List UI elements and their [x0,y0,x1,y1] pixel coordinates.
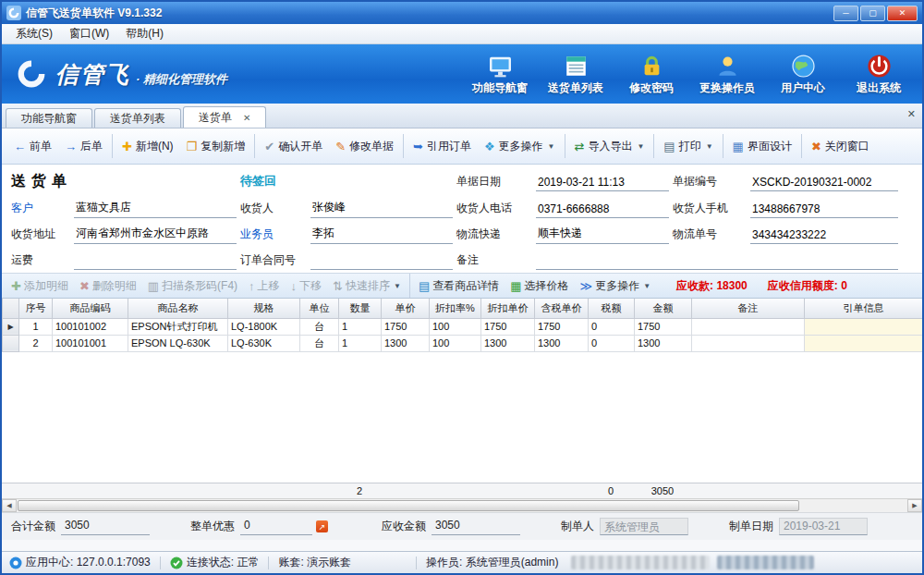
grid-cell[interactable]: 1750 [535,318,589,335]
column-header[interactable]: 数量 [339,299,382,318]
grid-cell[interactable]: 1300 [382,335,430,351]
discount-config-icon[interactable]: ↗ [316,520,328,532]
column-header[interactable]: 商品名称 [128,299,228,318]
toolbar-button-add-row[interactable]: ✚添加明细 [6,276,74,296]
address-field[interactable]: 河南省郑州市金水区中原路 [74,225,237,244]
table-row[interactable]: ▶1100101002EPSON针式打印机LQ-1800K台1175010017… [3,318,923,335]
grid-cell[interactable]: EPSON LQ-630K [128,335,228,351]
toolbar-button-barcode[interactable]: ▥扫描条形码(F4) [142,276,243,296]
column-header[interactable]: 含税单价 [535,299,589,318]
consignee-field[interactable]: 张俊峰 [310,199,453,218]
column-header[interactable]: 商品编码 [53,299,128,318]
menu-help[interactable]: 帮助(H) [117,24,172,43]
toolbar-button-arrow-left[interactable]: ←前单 [7,133,58,160]
grid-cell[interactable]: 100 [430,335,481,351]
nav-function-panel[interactable]: 功能导航窗 [469,53,530,96]
grid-cell[interactable]: LQ-630K [228,335,300,351]
toolbar-button-more-actions[interactable]: ≫更多操作▼ [575,276,657,296]
doc-date-field[interactable]: 2019-03-21 11:13 [536,172,669,191]
column-header[interactable]: 规格 [228,299,300,318]
freight-field[interactable] [74,251,237,270]
toolbar-button-arrow-right[interactable]: →后单 [58,133,109,160]
toolbar-button-close-window[interactable]: ✖关闭窗口 [805,133,876,160]
grid-cell[interactable]: 2 [19,335,53,351]
grid-cell[interactable]: 100 [430,318,481,335]
toolbar-button-copy[interactable]: ❐复制新增 [180,133,252,160]
column-header[interactable]: 序号 [19,299,53,318]
customer-field[interactable]: 蓝猫文具店 [74,199,237,218]
toolbar-button-design[interactable]: ▦界面设计 [726,133,798,160]
menu-system[interactable]: 系统(S) [7,24,61,43]
toolbar-button-import-export[interactable]: ⇄导入导出▼ [568,133,651,160]
scroll-thumb[interactable] [18,500,799,511]
toolbar-button-confirm[interactable]: ✔确认开单 [258,133,329,160]
column-header[interactable]: 单位 [300,299,339,318]
total-amount-field[interactable]: 3050 [61,518,150,535]
menu-window[interactable]: 窗口(W) [61,24,117,43]
tab-order-list[interactable]: 送货单列表 [94,108,181,128]
grid-cell[interactable] [805,335,923,351]
discount-field[interactable]: 0 [240,518,312,535]
scroll-left-icon[interactable]: ◀ [2,499,17,512]
mobile-field[interactable]: 13488667978 [750,199,898,218]
phone-field[interactable]: 0371-6666888 [536,199,669,218]
column-header[interactable]: 金额 [635,299,692,318]
tracking-field[interactable]: 343434233222 [750,225,898,244]
horizontal-scrollbar[interactable]: ◀ ▶ [2,498,922,512]
receivable-amount-field[interactable]: 3050 [432,518,520,535]
nav-change-password[interactable]: 修改密码 [621,53,682,96]
remark-field[interactable] [536,251,898,270]
grid-cell[interactable]: 0 [589,318,635,335]
column-header[interactable]: 折扣单价 [481,299,535,318]
doc-no-field[interactable]: XSCKD-20190321-0002 [750,172,898,191]
grid-cell[interactable]: 1 [339,335,382,351]
grid-cell[interactable]: 1 [19,318,53,335]
customer-label[interactable]: 客户 [11,201,70,216]
nav-exit-system[interactable]: 退出系统 [848,53,909,96]
salesman-label[interactable]: 业务员 [240,226,307,242]
maximize-button[interactable]: ▢ [860,6,885,21]
column-header[interactable]: 引单信息 [805,299,923,318]
toolbar-button-more-actions[interactable]: ❖更多操作▼ [478,133,562,160]
salesman-field[interactable]: 李拓 [310,225,453,244]
tabstrip-close-icon[interactable]: ✕ [907,108,916,120]
grid-cell[interactable]: 1300 [481,335,535,351]
close-button[interactable]: ✕ [887,6,918,21]
toolbar-button-print[interactable]: ▤打印▼ [657,133,719,160]
express-field[interactable]: 顺丰快递 [536,225,669,244]
grid-cell[interactable]: 1750 [481,318,535,335]
grid-cell[interactable]: 100101002 [53,318,128,335]
grid-cell[interactable] [805,318,923,335]
grid-cell[interactable]: 1300 [635,335,692,351]
nav-order-list[interactable]: 送货单列表 [545,53,606,96]
grid-cell[interactable] [692,335,805,351]
toolbar-button-reference[interactable]: ➥引用订单 [407,133,478,160]
table-row[interactable]: 2100101001EPSON LQ-630KLQ-630K台113001001… [3,335,923,351]
column-header[interactable]: 折扣率% [430,299,481,318]
grid-cell[interactable]: LQ-1800K [228,318,300,335]
toolbar-button-move-down[interactable]: ↓下移 [286,276,328,296]
column-header[interactable]: 单价 [382,299,430,318]
scroll-right-icon[interactable]: ▶ [907,499,922,512]
grid-cell[interactable]: 100101001 [53,335,128,351]
grid-cell[interactable]: 1750 [382,318,430,335]
grid-cell[interactable] [692,318,805,335]
grid-cell[interactable]: EPSON针式打印机 [128,318,228,335]
toolbar-button-edit[interactable]: ✎修改单据 [329,133,400,160]
grid-cell[interactable]: 1 [339,318,382,335]
toolbar-button-sort[interactable]: ⇅快速排序▼ [327,276,407,296]
grid-cell[interactable]: 1750 [635,318,692,335]
tab-close-icon[interactable]: ✕ [243,113,250,123]
column-header[interactable]: 税额 [589,299,635,318]
grid-cell[interactable]: 1300 [535,335,589,351]
toolbar-button-select-price[interactable]: ▦选择价格 [505,276,574,296]
tab-function-panel[interactable]: 功能导航窗 [6,108,92,128]
toolbar-button-move-up[interactable]: ↑上移 [243,276,286,296]
grid-cell[interactable]: 0 [589,335,635,351]
grid-cell[interactable]: 台 [300,318,339,335]
nav-user-center[interactable]: 用户中心 [772,53,833,96]
minimize-button[interactable]: ─ [833,6,858,21]
nav-switch-operator[interactable]: 更换操作员 [697,53,758,96]
toolbar-button-delete-row[interactable]: ✖删除明细 [74,276,142,296]
toolbar-button-new[interactable]: ✚新增(N) [116,133,180,160]
